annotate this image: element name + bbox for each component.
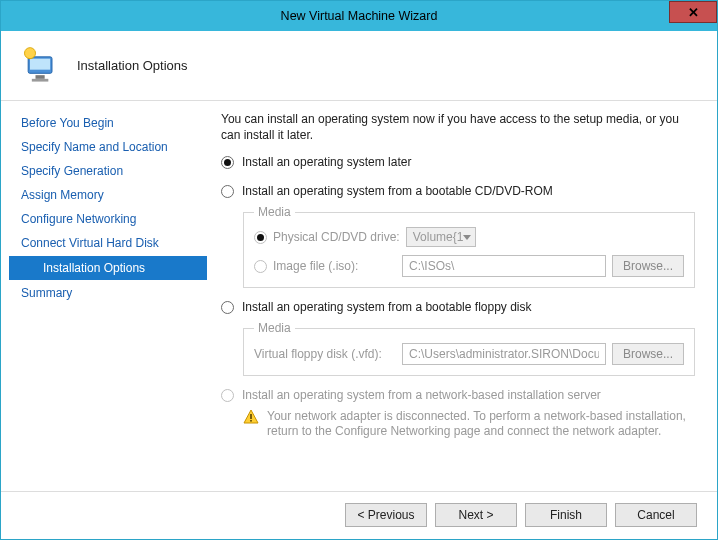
sidebar-item-installation-options[interactable]: Installation Options	[9, 256, 207, 280]
option-install-network: Install an operating system from a netwo…	[221, 388, 695, 403]
radio-install-floppy[interactable]	[221, 301, 234, 314]
title-bar: New Virtual Machine Wizard ✕	[1, 1, 717, 31]
window-title: New Virtual Machine Wizard	[281, 9, 438, 23]
image-file-label: Image file (.iso):	[273, 259, 358, 273]
network-warning: Your network adapter is disconnected. To…	[243, 409, 695, 439]
network-warning-text: Your network adapter is disconnected. To…	[267, 409, 695, 439]
sidebar-item-specify-name-location[interactable]: Specify Name and Location	[1, 135, 211, 159]
radio-install-network	[221, 389, 234, 402]
radio-image-file	[254, 260, 267, 273]
option-install-network-label: Install an operating system from a netwo…	[242, 388, 601, 403]
page-title: Installation Options	[77, 58, 188, 73]
vfd-label: Virtual floppy disk (.vfd):	[254, 347, 396, 361]
warning-icon	[243, 409, 259, 425]
cd-media-group: Media Physical CD/DVD drive: Volume{1 Im…	[243, 205, 695, 288]
radio-physical-drive	[254, 231, 267, 244]
option-install-later[interactable]: Install an operating system later	[221, 155, 695, 170]
image-file-option: Image file (.iso):	[254, 259, 396, 273]
finish-button[interactable]: Finish	[525, 503, 607, 527]
svg-rect-1	[30, 58, 50, 69]
svg-rect-2	[36, 75, 45, 79]
floppy-media-legend: Media	[254, 321, 295, 335]
sidebar-item-specify-generation[interactable]: Specify Generation	[1, 159, 211, 183]
sidebar-item-summary[interactable]: Summary	[1, 281, 211, 305]
image-file-input	[402, 255, 606, 277]
sidebar-item-connect-vhd[interactable]: Connect Virtual Hard Disk	[1, 231, 211, 255]
svg-rect-9	[250, 414, 252, 419]
wizard-footer: < Previous Next > Finish Cancel	[1, 491, 717, 537]
svg-rect-3	[32, 78, 49, 81]
wizard-sidebar: Before You Begin Specify Name and Locati…	[1, 101, 211, 491]
wizard-main: You can install an operating system now …	[211, 101, 717, 491]
browse-vfd-button: Browse...	[612, 343, 684, 365]
intro-text: You can install an operating system now …	[221, 111, 695, 143]
next-button[interactable]: Next >	[435, 503, 517, 527]
browse-iso-button: Browse...	[612, 255, 684, 277]
sidebar-item-assign-memory[interactable]: Assign Memory	[1, 183, 211, 207]
close-icon: ✕	[688, 5, 699, 20]
physical-drive-option: Physical CD/DVD drive:	[254, 230, 400, 244]
cd-media-legend: Media	[254, 205, 295, 219]
cancel-button[interactable]: Cancel	[615, 503, 697, 527]
wizard-icon	[19, 44, 63, 88]
option-install-floppy[interactable]: Install an operating system from a boota…	[221, 300, 695, 315]
close-button[interactable]: ✕	[669, 1, 717, 23]
physical-drive-dropdown: Volume{1	[406, 227, 476, 247]
previous-button[interactable]: < Previous	[345, 503, 427, 527]
option-install-cd-label: Install an operating system from a boota…	[242, 184, 553, 199]
option-install-cd[interactable]: Install an operating system from a boota…	[221, 184, 695, 199]
physical-drive-label: Physical CD/DVD drive:	[273, 230, 400, 244]
radio-install-cd[interactable]	[221, 185, 234, 198]
svg-rect-10	[250, 420, 252, 422]
vfd-input	[402, 343, 606, 365]
option-install-later-label: Install an operating system later	[242, 155, 411, 170]
floppy-media-group: Media Virtual floppy disk (.vfd): Browse…	[243, 321, 695, 376]
wizard-header: Installation Options	[1, 31, 717, 101]
wizard-content: Before You Begin Specify Name and Locati…	[1, 101, 717, 491]
sidebar-item-configure-networking[interactable]: Configure Networking	[1, 207, 211, 231]
radio-install-later[interactable]	[221, 156, 234, 169]
sidebar-item-before-you-begin[interactable]: Before You Begin	[1, 111, 211, 135]
option-install-floppy-label: Install an operating system from a boota…	[242, 300, 532, 315]
